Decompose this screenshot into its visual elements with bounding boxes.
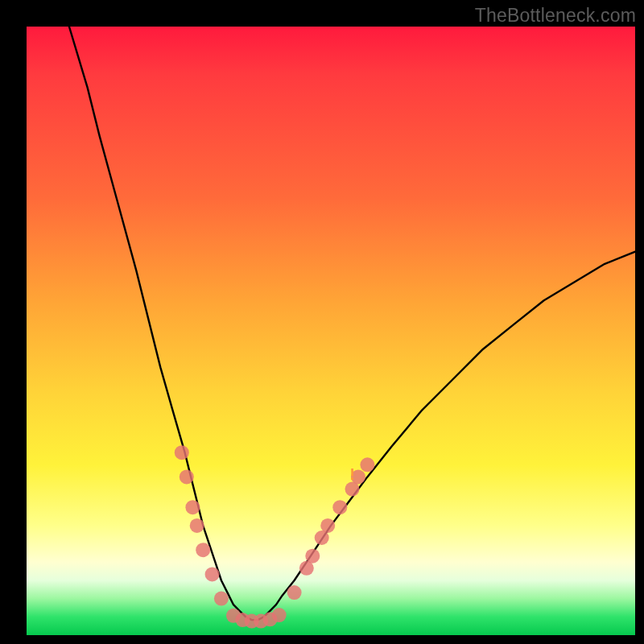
marker-group [175, 445, 375, 628]
marker-dot [205, 567, 220, 581]
marker-dot [305, 549, 320, 564]
marker-dot [196, 543, 210, 557]
marker-dot [320, 518, 335, 533]
chart-svg: ! [27, 27, 635, 635]
marker-dot [360, 457, 374, 472]
annotation-text: ! [349, 465, 355, 483]
marker-dot [332, 500, 347, 514]
plot-area: ! [27, 27, 635, 635]
chart-frame: TheBottleneck.com ! [0, 0, 644, 644]
marker-dot [272, 608, 287, 622]
bottleneck-curve [69, 27, 635, 620]
marker-dot [287, 585, 302, 600]
watermark-text: TheBottleneck.com [475, 5, 636, 27]
marker-dot [175, 445, 189, 460]
annotation-group: ! [349, 465, 355, 483]
marker-dot [214, 592, 229, 606]
marker-dot [180, 469, 194, 484]
marker-dot [190, 518, 204, 533]
marker-dot [185, 500, 200, 514]
